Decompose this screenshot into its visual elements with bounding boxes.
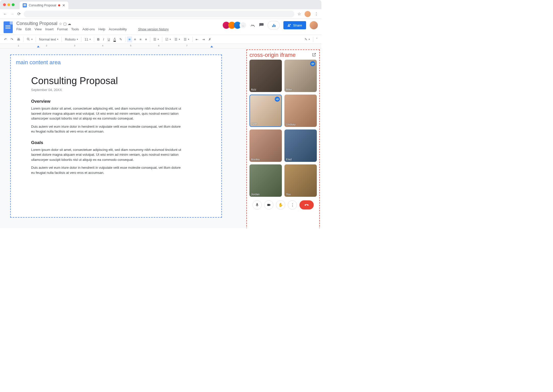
participant-tile[interactable]: You — [284, 164, 317, 197]
comments-icon[interactable] — [259, 23, 264, 28]
font-family-dropdown[interactable]: Roboto — [63, 36, 80, 42]
participant-tile[interactable]: Jordan — [249, 164, 282, 197]
participant-name: Lindsay — [286, 123, 296, 126]
star-icon[interactable]: ☆ — [59, 22, 62, 26]
doc-heading-goals[interactable]: Goals — [31, 140, 201, 145]
meet-button[interactable] — [268, 21, 280, 30]
account-avatar-icon[interactable] — [310, 21, 318, 29]
indent-decrease-icon[interactable]: ⇤ — [194, 36, 200, 42]
participant-tile[interactable]: Mike — [284, 60, 317, 92]
undo-icon[interactable]: ↶ — [3, 36, 8, 42]
zoom-dropdown[interactable] — [25, 36, 34, 42]
indent-increase-icon[interactable]: ⇥ — [200, 36, 206, 42]
doc-paragraph[interactable]: Duis autem vel eum iriure dolor in hendr… — [31, 165, 182, 175]
audio-bars-icon — [272, 23, 275, 27]
more-options-button[interactable]: ⋮ — [288, 200, 297, 210]
participant-tile[interactable]: Aziz — [249, 60, 282, 92]
text-color-icon[interactable]: A — [112, 36, 117, 43]
menu-view[interactable]: View — [34, 27, 42, 31]
tab-title: Consulting Proposal — [29, 4, 56, 7]
move-icon[interactable]: ▢ — [63, 22, 67, 26]
hide-menus-icon[interactable]: ˆ — [315, 36, 319, 42]
mute-mic-button[interactable] — [253, 200, 262, 210]
ruler[interactable]: 1 2 3 4 5 6 7 — [0, 44, 321, 48]
cloud-status-icon[interactable]: ☁ — [68, 22, 71, 26]
bookmark-star-icon[interactable]: ☆ — [297, 11, 301, 16]
doc-heading-title[interactable]: Consulting Proposal — [31, 75, 201, 86]
browser-menu-icon[interactable]: ⋮ — [314, 11, 318, 16]
menu-tools[interactable]: Tools — [71, 27, 79, 31]
checklist-icon[interactable]: ☑ — [164, 36, 172, 42]
clear-formatting-icon[interactable]: ✗ — [207, 36, 213, 42]
window-close-icon[interactable] — [3, 3, 6, 6]
activity-icon[interactable] — [250, 23, 255, 28]
participant-name: Beth — [252, 122, 257, 125]
window-minimize-icon[interactable] — [7, 3, 10, 6]
underline-icon[interactable]: U — [106, 36, 111, 42]
address-bar[interactable] — [24, 11, 294, 17]
ruler-tick: 4 — [102, 44, 103, 47]
font-size-dropdown[interactable]: 11 — [83, 36, 92, 42]
numbered-list-icon[interactable]: ☰ — [182, 36, 191, 42]
formatting-toolbar: ↶ ↷ 🖶 Normal text Roboto 11 B I U A ✎ ≡ … — [0, 35, 321, 44]
menu-format[interactable]: Format — [57, 27, 68, 31]
people-icon — [287, 23, 292, 27]
menu-accessibility[interactable]: Accessibility — [109, 27, 127, 31]
redo-icon[interactable]: ↷ — [9, 36, 15, 42]
menu-addons[interactable]: Add-ons — [82, 27, 95, 31]
editing-mode-dropdown[interactable]: ✎ — [303, 36, 311, 42]
highlight-icon[interactable]: ✎ — [118, 36, 124, 42]
align-right-icon[interactable]: ≡ — [138, 36, 143, 42]
collaborator-overflow[interactable]: ... — [240, 22, 247, 29]
menu-file[interactable]: File — [16, 27, 22, 31]
participant-name: Elad — [286, 158, 292, 161]
participant-tile[interactable]: Annika — [249, 129, 282, 162]
participant-tile[interactable]: Lindsay — [284, 95, 317, 127]
doc-date[interactable]: September 04, 20XX — [31, 88, 201, 92]
menu-edit[interactable]: Edit — [25, 27, 31, 31]
back-icon[interactable]: ← — [3, 12, 7, 16]
browser-toolbar: ← → ⟳ ☆ ⋮ — [0, 9, 321, 19]
reload-icon[interactable]: ⟳ — [17, 11, 21, 16]
version-history-link[interactable]: Show version history — [138, 27, 169, 31]
print-icon[interactable]: 🖶 — [15, 36, 22, 42]
participant-tile[interactable]: Beth — [249, 95, 282, 127]
doc-paragraph[interactable]: Lorem ipsum dolor sit amet, consectetuer… — [31, 147, 182, 162]
menu-insert[interactable]: Insert — [45, 27, 54, 31]
window-titlebar: Consulting Proposal ✕ — [0, 0, 321, 9]
doc-paragraph[interactable]: Duis autem vel eum iriure dolor in hendr… — [31, 124, 182, 134]
document-title[interactable]: Consulting Proposal — [16, 21, 57, 26]
profile-avatar-icon[interactable] — [305, 11, 311, 17]
line-spacing-icon[interactable]: ☰ — [152, 36, 160, 42]
bulleted-list-icon[interactable]: ☰ — [173, 36, 182, 42]
indent-marker-right-icon[interactable] — [210, 46, 213, 47]
popout-icon[interactable] — [312, 53, 316, 57]
raise-hand-button[interactable]: ✋ — [276, 200, 285, 210]
indent-marker-left-icon[interactable] — [37, 46, 40, 47]
browser-tab[interactable]: Consulting Proposal ✕ — [20, 2, 68, 9]
align-center-icon[interactable]: ≡ — [133, 36, 138, 42]
collaborator-avatars[interactable]: ... — [224, 22, 247, 29]
align-left-icon[interactable]: ≡ — [127, 36, 132, 42]
bold-icon[interactable]: B — [96, 36, 101, 42]
window-zoom-icon[interactable] — [12, 3, 15, 6]
align-justify-icon[interactable]: ≡ — [144, 36, 149, 42]
ruler-tick: 1 — [18, 44, 19, 47]
doc-heading-overview[interactable]: Overview — [31, 99, 201, 104]
tab-close-icon[interactable]: ✕ — [62, 3, 65, 7]
menu-help[interactable]: Help — [98, 27, 105, 31]
document-page[interactable]: main content area Consulting Proposal Se… — [10, 55, 222, 218]
doc-paragraph[interactable]: Lorem ipsum dolor sit amet, consectetuer… — [31, 106, 182, 121]
ruler-tick: 7 — [186, 44, 187, 47]
italic-icon[interactable]: I — [102, 36, 106, 42]
participant-tile[interactable]: Elad — [284, 129, 317, 162]
share-button[interactable]: Share — [283, 21, 306, 29]
camera-button[interactable] — [264, 200, 273, 210]
docs-logo-icon[interactable] — [4, 21, 13, 33]
forward-icon[interactable]: → — [10, 12, 14, 16]
paragraph-style-dropdown[interactable]: Normal text — [37, 36, 60, 42]
participant-name: Jordan — [251, 193, 260, 196]
end-call-button[interactable] — [299, 200, 314, 210]
speaking-indicator-icon — [275, 97, 280, 102]
document-canvas[interactable]: main content area Consulting Proposal Se… — [0, 48, 246, 228]
